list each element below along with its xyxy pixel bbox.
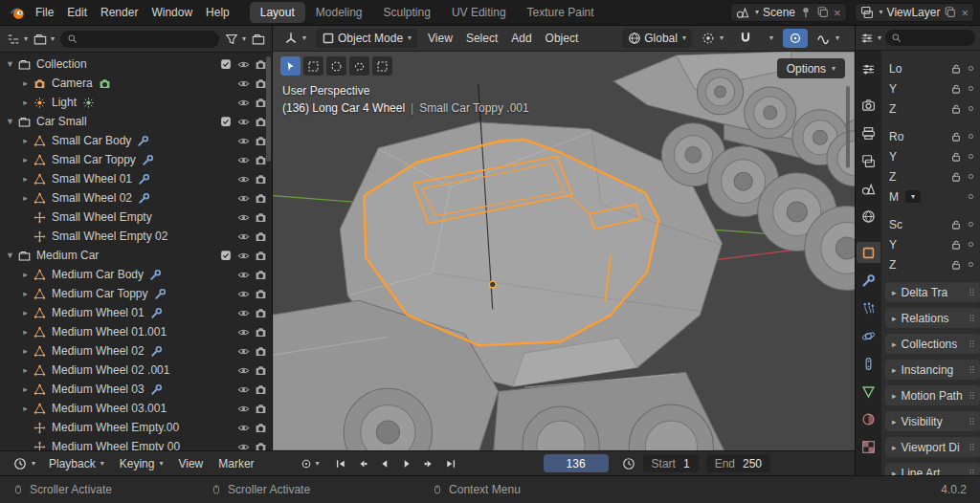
start-frame-field[interactable]: Start1	[643, 454, 699, 472]
outliner-row[interactable]: ▸Medium Wheel 03	[0, 380, 272, 399]
lock-icon[interactable]	[950, 259, 962, 271]
pivot-point-select[interactable]: ▾	[696, 29, 729, 48]
viewport-menu-object[interactable]: Object	[539, 26, 586, 51]
select-tool-button[interactable]	[280, 56, 301, 76]
jump-to-end-button[interactable]	[441, 455, 461, 472]
outliner-row[interactable]: ▸Medium Car Body	[0, 265, 272, 284]
transform-orientation-select[interactable]: Global▾	[622, 29, 692, 48]
hide-eye-icon[interactable]	[234, 230, 252, 243]
hide-eye-icon[interactable]	[234, 422, 252, 434]
chevron-right-icon[interactable]: ▸	[19, 174, 32, 184]
lock-icon[interactable]	[950, 63, 962, 75]
viewport-menu-view[interactable]: View	[421, 26, 459, 51]
render-camera-icon[interactable]	[252, 441, 269, 451]
keyframe-dot-icon[interactable]	[966, 171, 976, 182]
outliner-row[interactable]: ▸Small Car Body	[0, 131, 272, 150]
render-camera-icon[interactable]	[252, 230, 269, 243]
transform-row-m[interactable]: M▾	[881, 186, 980, 207]
properties-tab-view-layer[interactable]	[857, 150, 880, 171]
workspace-tab-texture-paint[interactable]: Texture Paint	[517, 2, 605, 23]
keyframe-dot-icon[interactable]	[966, 63, 976, 74]
outliner-row[interactable]: ▸Medium Car Toppy	[0, 284, 272, 303]
editor-type-button[interactable]: ▾	[7, 33, 28, 46]
chevron-down-icon[interactable]: ▼	[4, 251, 16, 260]
properties-tab-output[interactable]	[857, 122, 880, 143]
lock-icon[interactable]	[950, 83, 962, 95]
render-camera-icon[interactable]	[252, 383, 269, 396]
render-camera-icon[interactable]	[252, 192, 269, 205]
render-camera-icon[interactable]	[252, 288, 269, 300]
outliner-row[interactable]: Small Wheel Empty 02	[0, 227, 272, 246]
blender-logo-icon[interactable]	[6, 5, 29, 21]
panel-line-art[interactable]: ▸Line Art	[885, 463, 980, 475]
render-camera-icon[interactable]	[252, 326, 269, 339]
render-camera-icon[interactable]	[252, 403, 269, 415]
auto-keying-toggle[interactable]: ▾	[301, 458, 320, 470]
outliner-row[interactable]: ▸Medium Wheel 02 .001	[0, 361, 272, 380]
next-keyframe-button[interactable]	[419, 455, 439, 472]
render-camera-icon[interactable]	[252, 250, 269, 262]
chevron-right-icon[interactable]: ▸	[19, 155, 32, 164]
prev-keyframe-button[interactable]	[353, 455, 373, 472]
transform-row-ro[interactable]: Ro	[881, 126, 980, 146]
outliner-row[interactable]: ▸Camera	[0, 74, 272, 93]
copy-icon[interactable]	[944, 6, 957, 19]
scrollbar[interactable]	[266, 56, 271, 162]
lock-icon[interactable]	[950, 151, 962, 163]
modifier-icon[interactable]	[150, 383, 163, 396]
keyframe-dot-icon[interactable]	[966, 191, 976, 202]
exclude-checkbox[interactable]	[217, 116, 234, 127]
menu-edit[interactable]: Edit	[60, 0, 94, 25]
proportional-editing-toggle[interactable]	[783, 29, 808, 48]
timeline-menu-marker[interactable]: Marker	[211, 457, 261, 470]
properties-tab-modifiers[interactable]	[857, 270, 880, 291]
properties-tab-render[interactable]	[857, 95, 880, 116]
chevron-right-icon[interactable]: ▸	[19, 327, 32, 337]
transform-row-lo[interactable]: Lo	[881, 58, 980, 78]
outliner-row[interactable]: ▼Collection	[0, 55, 272, 74]
filter-button[interactable]: ▾	[225, 33, 246, 46]
scene-selector[interactable]: ▾ Scene ×	[730, 3, 847, 22]
current-frame-field[interactable]: 136	[544, 454, 609, 472]
transform-row-z[interactable]: Z	[881, 254, 980, 274]
properties-search-input[interactable]	[885, 30, 975, 46]
properties-tab-tool[interactable]	[857, 58, 880, 79]
outliner-row[interactable]: ▸Medium Wheel 03.001	[0, 399, 272, 418]
modifier-icon[interactable]	[142, 154, 154, 166]
hide-eye-icon[interactable]	[234, 326, 252, 339]
modifier-icon[interactable]	[138, 192, 150, 205]
pin-icon[interactable]	[799, 6, 813, 19]
keyframe-dot-icon[interactable]	[966, 219, 976, 230]
keyframe-dot-icon[interactable]	[966, 131, 976, 142]
hide-eye-icon[interactable]	[234, 250, 252, 262]
outliner-row[interactable]: ▸Small Wheel 02	[0, 188, 272, 208]
outliner-row[interactable]: ▸Small Wheel 01	[0, 169, 272, 188]
hide-eye-icon[interactable]	[234, 288, 252, 300]
transform-row-sc[interactable]: Sc	[881, 214, 980, 234]
panel-relations[interactable]: ▸Relations	[885, 308, 980, 328]
timeline-menu-view[interactable]: View	[170, 457, 211, 470]
hide-eye-icon[interactable]	[234, 307, 252, 319]
menu-render[interactable]: Render	[94, 0, 145, 25]
hide-eye-icon[interactable]	[234, 97, 252, 109]
chevron-right-icon[interactable]: ▸	[19, 270, 32, 279]
select-mode-extend-button[interactable]	[326, 56, 346, 76]
jump-to-start-button[interactable]	[331, 455, 351, 472]
outliner-search-input[interactable]	[60, 31, 219, 48]
chevron-right-icon[interactable]: ▸	[19, 193, 32, 203]
properties-tab-texture[interactable]	[857, 436, 880, 457]
hide-eye-icon[interactable]	[234, 345, 252, 358]
render-camera-icon[interactable]	[252, 364, 269, 377]
menu-help[interactable]: Help	[199, 0, 236, 25]
outliner-row[interactable]: ▸Small Car Toppy	[0, 150, 272, 169]
keyframe-dot-icon[interactable]	[966, 239, 976, 250]
exclude-checkbox[interactable]	[217, 250, 234, 261]
properties-tab-object-data[interactable]	[857, 381, 880, 402]
timeline-menu-playback[interactable]: Playback▾	[41, 457, 112, 470]
chevron-down-icon[interactable]: ▼	[4, 117, 16, 126]
render-camera-icon[interactable]	[252, 173, 269, 186]
chevron-right-icon[interactable]: ▸	[19, 308, 32, 317]
select-mode-new-button[interactable]	[303, 56, 323, 76]
lock-icon[interactable]	[950, 219, 962, 230]
light-data-icon[interactable]	[82, 97, 95, 109]
